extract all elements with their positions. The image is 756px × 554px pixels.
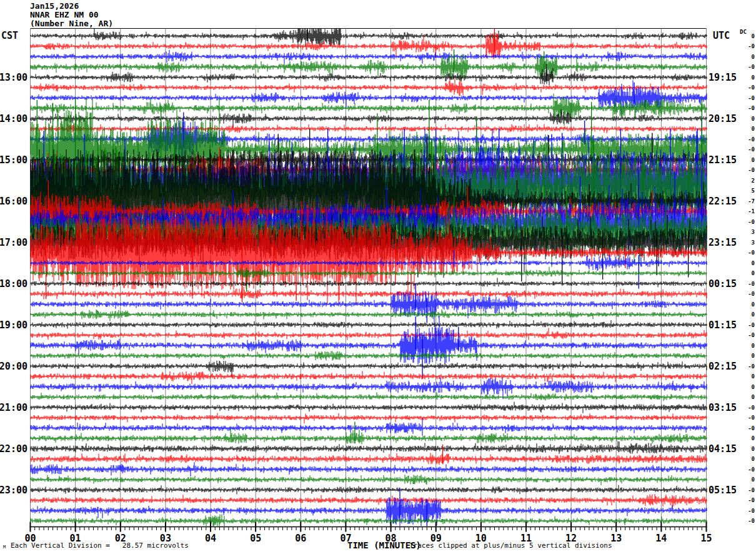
- dc-value: 0: [752, 476, 755, 483]
- cst-hour-label: 21:00: [0, 402, 27, 413]
- dc-value: 0: [752, 384, 755, 390]
- cst-hour-label: 13:00: [0, 72, 27, 83]
- dc-value: -0: [748, 136, 755, 143]
- dc-value: -0: [748, 64, 755, 70]
- dc-value: 0: [752, 311, 755, 318]
- x-axis: [30, 522, 707, 532]
- dc-value: 3: [752, 239, 755, 246]
- seismic-traces: [31, 29, 707, 526]
- cst-hour-label: 16:00: [0, 196, 27, 207]
- cst-hour-label: 14:00: [0, 113, 27, 124]
- cst-hour-label: 18:00: [0, 278, 27, 290]
- dc-value: -0: [748, 332, 755, 338]
- dc-value: -0: [748, 518, 755, 524]
- trace-row-2100-cst: [31, 402, 707, 413]
- right-timezone-label: UTC: [713, 30, 730, 41]
- dc-value: -0: [748, 95, 755, 101]
- dc-value: -0: [748, 508, 755, 514]
- dc-value: 0: [752, 270, 755, 276]
- dc-value: 0: [752, 126, 755, 132]
- dc-value: 0: [752, 54, 755, 60]
- trace-row-2000-cst: [31, 361, 707, 378]
- utc-hour-label: 05:15: [709, 485, 737, 496]
- x-tick-label: 04: [205, 533, 216, 544]
- trace-row-2215-cst: [31, 453, 707, 465]
- dc-value: 0: [752, 343, 755, 349]
- dc-value: 0: [752, 74, 755, 81]
- dc-value: -0: [748, 249, 755, 256]
- dc-value: 3: [752, 229, 755, 235]
- dc-value: 2: [752, 178, 755, 184]
- header-date: Jan15,2026: [30, 1, 79, 11]
- utc-hour-label: 20:15: [709, 113, 737, 124]
- dc-value: 5: [752, 188, 755, 194]
- dc-value: 0: [752, 260, 755, 266]
- trace-row-2230-cst: [31, 462, 707, 476]
- dc-value: -0: [748, 291, 755, 297]
- utc-hour-label: 03:15: [709, 402, 737, 413]
- x-tick-label: 13: [610, 533, 622, 544]
- utc-hour-label: 19:15: [709, 72, 737, 83]
- dc-value: -0: [748, 466, 755, 473]
- trace-row-1300-cst: [31, 68, 707, 85]
- trace-row-2300-cst: [31, 485, 707, 495]
- trace-row-1900-cst: [31, 320, 707, 328]
- dc-value: -0: [748, 415, 755, 421]
- trace-row-1915-cst: [31, 328, 707, 340]
- dc-value: -0: [748, 167, 755, 173]
- dc-value: -0: [748, 105, 755, 111]
- dc-value: 0: [752, 33, 755, 39]
- dc-value: 0: [752, 435, 755, 441]
- utc-hour-label: 22:15: [709, 196, 737, 207]
- dc-value: -0: [748, 281, 755, 287]
- utc-hour-label: 00:15: [709, 278, 737, 290]
- dc-value: 0: [752, 301, 755, 308]
- cst-hour-label: 19:00: [0, 320, 27, 331]
- dc-value: 0: [752, 456, 755, 462]
- dc-column-label: DC: [740, 29, 747, 35]
- vertical-division-note: Each Vertical Division = 28.57 microvolt…: [11, 541, 189, 550]
- trace-row-2045-cst: [31, 393, 707, 401]
- trace-row-1845-cst: [31, 310, 707, 321]
- cst-hour-label: 23:00: [0, 485, 27, 496]
- helicorder-plot: Jan15,2026 NNAR EHZ NM 00 (Number Nine, …: [0, 0, 756, 554]
- x-tick-label: 06: [295, 533, 306, 544]
- trace-row-2130-cst: [31, 418, 707, 436]
- x-tick-label: 05: [250, 533, 261, 544]
- dc-value: -0: [748, 363, 755, 370]
- x-tick-label: 14: [655, 533, 667, 544]
- watermark: M: [3, 545, 6, 550]
- utc-hour-label: 02:15: [709, 361, 737, 372]
- trace-row-1315-cst: [31, 79, 707, 96]
- dc-value: -0: [748, 84, 755, 91]
- dc-value: -0: [748, 425, 755, 431]
- utc-hour-label: 23:15: [709, 237, 737, 248]
- trace-row-2315-cst: [31, 494, 707, 508]
- dc-value: -0: [748, 322, 755, 328]
- cst-hour-label: 15:00: [0, 154, 27, 166]
- utc-hour-label: 01:15: [709, 320, 737, 331]
- dc-value: -0: [748, 219, 755, 225]
- cst-hour-label: 22:00: [0, 443, 27, 455]
- trace-row-2200-cst: [31, 441, 707, 453]
- dc-value: -0: [748, 405, 755, 411]
- trace-row-1400-cst: [31, 109, 707, 128]
- clip-note: Traces clipped at plus/minus 5 vertical …: [409, 541, 612, 550]
- left-timezone-label: CST: [1, 30, 18, 41]
- trace-row-1415-cst: [31, 124, 707, 133]
- dc-value: -0: [748, 146, 755, 153]
- dc-value: -0: [748, 487, 755, 493]
- trace-row-2115-cst: [31, 413, 707, 423]
- trace-row-2345-cst: [31, 515, 707, 526]
- trace-row-1945-cst: [31, 351, 707, 360]
- dc-value: 0: [752, 446, 755, 452]
- dc-value: 0: [752, 353, 755, 359]
- utc-hour-label: 21:15: [709, 154, 737, 166]
- header-station: NNAR EHZ NM 00: [30, 10, 99, 19]
- dc-value: -0: [748, 497, 755, 503]
- trace-row-1930-cst: [31, 316, 707, 364]
- header-location: (Number Nine, AR): [30, 19, 113, 28]
- trace-row-1830-cst: [31, 291, 707, 326]
- cst-hour-label: 20:00: [0, 361, 27, 372]
- dc-value: 0: [752, 157, 755, 163]
